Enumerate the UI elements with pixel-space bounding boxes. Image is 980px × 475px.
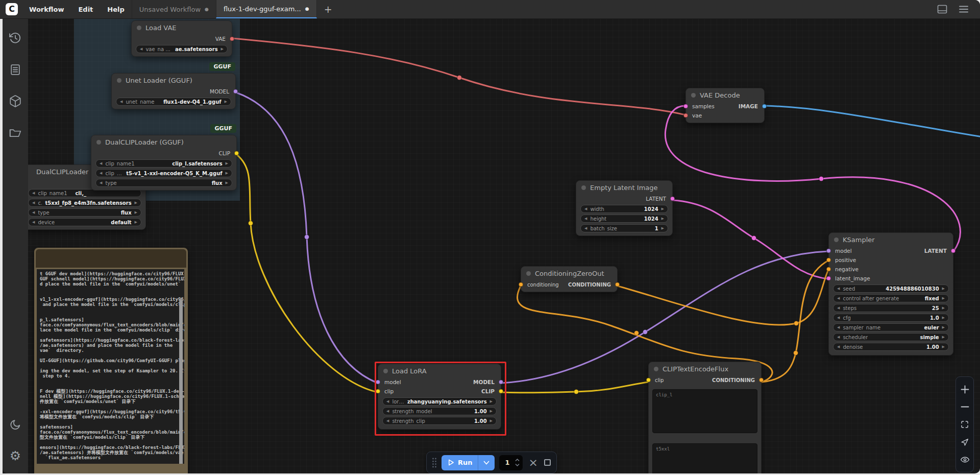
left-arrow-icon[interactable]: ◀ — [837, 306, 840, 310]
widget-batch-size[interactable]: ◀ batch_size 1 ▶ — [580, 224, 668, 232]
right-arrow-icon[interactable]: ▶ — [942, 325, 945, 329]
node-dualcliploader-gguf[interactable]: GGUF DualCLIPLoader (GGUF) CLIP ◀ clip_n… — [91, 135, 237, 191]
right-arrow-icon[interactable]: ▶ — [942, 345, 945, 349]
widget-cfg[interactable]: ◀ cfg 1.0 ▶ — [833, 314, 949, 322]
right-arrow-icon[interactable]: ▶ — [662, 207, 664, 211]
widget-seed[interactable]: ◀ seed 425948886010830 ▶ — [833, 284, 949, 293]
widget-vae-name[interactable]: ◀ vae_na ... ae.safetensors ▶ — [136, 45, 228, 53]
cancel-icon[interactable]: × — [527, 457, 540, 468]
menu-help[interactable]: Help — [100, 0, 131, 18]
drag-handle[interactable] — [432, 457, 437, 468]
left-arrow-icon[interactable]: ◀ — [837, 325, 840, 329]
right-arrow-icon[interactable]: ▶ — [942, 335, 945, 339]
clip-input-port[interactable] — [646, 378, 651, 383]
left-arrow-icon[interactable]: ◀ — [837, 316, 840, 320]
collapse-dot[interactable] — [96, 140, 101, 145]
left-arrow-icon[interactable]: ◀ — [32, 201, 35, 205]
right-arrow-icon[interactable]: ▶ — [662, 226, 664, 230]
right-arrow-icon[interactable]: ▶ — [135, 210, 137, 215]
node-unet-loader-gguf[interactable]: GGUF Unet Loader (GGUF) MODEL ◀ unet_nam… — [111, 73, 236, 109]
node-empty-latent-image[interactable]: Empty Latent Image LATENT ◀ width 1024 ▶… — [576, 180, 673, 236]
note-scrollbar-thumb[interactable] — [179, 300, 183, 464]
latent-output-port[interactable] — [670, 197, 675, 201]
clip-l-textarea[interactable]: clip_l — [652, 389, 757, 433]
right-arrow-icon[interactable]: ▶ — [942, 316, 945, 320]
positive-input-port[interactable] — [826, 258, 831, 263]
right-arrow-icon[interactable]: ▶ — [226, 161, 228, 165]
widget-clip-name2[interactable]: ◀ clip ... t5xxl_fp8_e4m3fn.safetensors … — [28, 199, 141, 207]
comfyui-logo[interactable]: C — [6, 3, 18, 15]
clip-output-port[interactable] — [234, 151, 239, 156]
zoom-in-icon[interactable] — [961, 385, 969, 394]
right-arrow-icon[interactable]: ▶ — [135, 201, 137, 205]
left-arrow-icon[interactable]: ◀ — [584, 226, 587, 230]
select-mode-cursor-icon[interactable] — [960, 438, 969, 447]
t5xxl-textarea[interactable]: t5xxl — [652, 443, 757, 473]
widget-clip-name1[interactable]: ◀ clip_name1 clip_l.safetensors ▶ — [95, 159, 232, 168]
right-arrow-icon[interactable]: ▶ — [662, 217, 664, 221]
left-arrow-icon[interactable]: ◀ — [32, 220, 35, 224]
latent-output-port[interactable] — [951, 249, 955, 253]
collapse-dot[interactable] — [691, 93, 696, 98]
right-arrow-icon[interactable]: ▶ — [135, 220, 137, 224]
menu-workflow[interactable]: Workflow — [22, 0, 71, 18]
widget-type[interactable]: ◀ type flux ▶ — [95, 179, 232, 187]
collapse-dot[interactable] — [137, 26, 141, 30]
left-arrow-icon[interactable]: ◀ — [584, 207, 587, 211]
workflows-folder-icon[interactable] — [9, 126, 22, 139]
collapse-dot[interactable] — [526, 271, 531, 276]
vae-input-port[interactable] — [683, 113, 688, 118]
right-arrow-icon[interactable]: ▶ — [942, 306, 945, 310]
widget-unet-name[interactable]: ◀ unet_name flux1-dev-Q4_1.gguf ▶ — [116, 98, 231, 106]
conditioning-input-port[interactable] — [519, 282, 523, 287]
vae-output-port[interactable] — [230, 37, 234, 41]
samples-input-port[interactable] — [683, 104, 688, 109]
widget-clip-name2[interactable]: ◀ clip_n... t5-v1_1-xxl-encoder-Q5_K_M.g… — [95, 169, 232, 177]
node-note[interactable]: t GGUF dev model](https://huggingface.co… — [34, 248, 188, 473]
image-output-port[interactable] — [762, 104, 767, 109]
right-arrow-icon[interactable]: ▶ — [225, 100, 227, 104]
node-load-vae[interactable]: Load VAE VAE ◀ vae_na ... ae.safetensors… — [131, 20, 232, 57]
right-arrow-icon[interactable]: ▶ — [226, 171, 228, 175]
batch-count-stepper[interactable]: 1 — [499, 455, 523, 470]
note-textarea[interactable]: t GGUF dev model](https://huggingface.co… — [37, 269, 184, 464]
step-up-icon[interactable] — [515, 459, 520, 462]
right-arrow-icon[interactable]: ▶ — [942, 296, 945, 300]
model-library-icon[interactable] — [9, 94, 22, 108]
left-arrow-icon[interactable]: ◀ — [837, 287, 840, 291]
conditioning-output-port[interactable] — [615, 282, 620, 287]
widget-denoise[interactable]: ◀ denoise 1.00 ▶ — [833, 343, 949, 351]
left-arrow-icon[interactable]: ◀ — [100, 181, 102, 185]
widget-steps[interactable]: ◀ steps 25 ▶ — [833, 304, 949, 312]
left-arrow-icon[interactable]: ◀ — [120, 100, 122, 104]
note-title-bar[interactable] — [36, 249, 186, 268]
left-arrow-icon[interactable]: ◀ — [837, 335, 840, 339]
new-tab-button[interactable]: + — [317, 0, 339, 18]
left-arrow-icon[interactable]: ◀ — [140, 47, 142, 51]
conditioning-output-port[interactable] — [759, 378, 764, 383]
right-arrow-icon[interactable]: ▶ — [221, 47, 224, 51]
left-arrow-icon[interactable]: ◀ — [32, 210, 35, 215]
hamburger-menu-icon[interactable] — [959, 5, 969, 13]
left-arrow-icon[interactable]: ◀ — [100, 171, 102, 175]
left-arrow-icon[interactable]: ◀ — [837, 296, 840, 300]
latent-image-input-port[interactable] — [826, 276, 831, 281]
widget-sampler-name[interactable]: ◀ sampler_name euler ▶ — [833, 323, 949, 331]
zoom-out-icon[interactable] — [961, 402, 969, 411]
left-arrow-icon[interactable]: ◀ — [32, 191, 35, 195]
collapse-dot[interactable] — [654, 367, 658, 371]
settings-gear-icon[interactable]: ⚙ — [10, 449, 21, 462]
left-arrow-icon[interactable]: ◀ — [837, 345, 840, 349]
right-arrow-icon[interactable]: ▶ — [226, 181, 228, 185]
fit-view-icon[interactable] — [960, 420, 969, 429]
bottom-panel-icon[interactable] — [937, 5, 947, 14]
negative-input-port[interactable] — [826, 267, 831, 272]
node-library-icon[interactable] — [9, 63, 22, 76]
collapse-dot[interactable] — [581, 185, 586, 190]
widget-device[interactable]: ◀ device default ▶ — [28, 218, 141, 226]
stop-icon[interactable] — [544, 459, 551, 466]
widget-control-after-generate[interactable]: ◀ control after generate fixed ▶ — [833, 294, 949, 302]
theme-toggle-moon-icon[interactable] — [9, 418, 22, 431]
history-icon[interactable] — [9, 32, 22, 44]
node-clip-text-encode-flux[interactable]: CLIPTextEncodeFlux clip CONDITIONING cli… — [648, 362, 762, 473]
